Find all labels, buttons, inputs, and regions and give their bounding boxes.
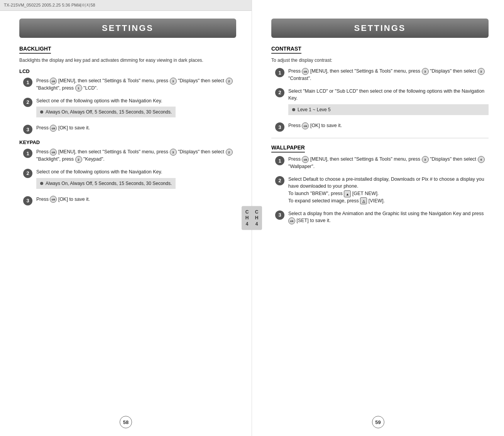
lcd-step-text-1: Press ok [MENU], then select "Settings &…	[36, 77, 236, 92]
left-settings-header: SETTINGS	[19, 19, 236, 38]
top-bar: TX-215VM_050225 2005.2.25 5:36 PM페이지58	[0, 0, 252, 11]
lcd-step-text-2: Select one of the following options with…	[36, 97, 176, 119]
wallpaper-step-text-2: Select Default to choose a pre-installed…	[288, 176, 489, 205]
keypad-step-num-1: 1	[23, 149, 32, 158]
3-icon-3: 3	[422, 68, 429, 75]
wallpaper-step-text-3: Select a display from the Animation and …	[288, 210, 489, 225]
keypad-options-text: Always On, Always Off, 5 Seconds, 15 Sec…	[46, 180, 172, 187]
lcd-options: Always On, Always Off, 5 Seconds, 15 Sec…	[36, 107, 176, 117]
contrast-options-text: Leve 1 ~ Leve 5	[298, 106, 331, 113]
lcd-step-3: 3 Press ok [OK] to save it.	[23, 124, 236, 134]
ok-icon-1: ok	[50, 78, 57, 85]
keypad-step-text-2: Select one of the following options with…	[36, 168, 176, 190]
contrast-section: CONTRAST To adjust the display contrast:…	[271, 46, 489, 132]
2-icon-3: 2	[75, 156, 82, 163]
contrast-bullet	[292, 108, 295, 111]
lcd-bullet	[40, 110, 43, 114]
1-icon-1: 1	[75, 85, 82, 92]
lcd-step-2: 2 Select one of the following options wi…	[23, 97, 236, 119]
lcd-step-num-1: 1	[23, 78, 32, 87]
2-icon-2: 2	[226, 149, 233, 156]
keypad-step-text-3: Press ok [OK] to save it.	[36, 196, 90, 203]
wallpaper-step-num-1: 1	[275, 156, 284, 165]
contrast-step-1: 1 Press ok [MENU], then select "Settings…	[275, 68, 489, 82]
left-ch-tab: CH4	[242, 206, 252, 230]
wallpaper-step-num-3: 3	[275, 210, 284, 220]
3-icon-5: 3	[422, 156, 429, 163]
keypad-step-text-1: Press ok [MENU], then select "Settings &…	[36, 148, 236, 163]
page: TX-215VM_050225 2005.2.25 5:36 PM페이지58 S…	[0, 0, 504, 436]
contrast-step-text-3: Press ok [OK] to save it.	[288, 122, 342, 129]
right-settings-header: SETTINGS	[271, 19, 489, 38]
brew-icon: ▲	[344, 190, 351, 197]
ok-icon-5: ok	[302, 68, 309, 75]
ok-icon-7: ok	[302, 156, 309, 163]
backlight-section: BACKLIGHT Backlights the display and key…	[19, 46, 236, 205]
keypad-step-num-2: 2	[23, 169, 32, 178]
wallpaper-step-text-1: Press ok [MENU], then select "Settings &…	[288, 156, 489, 170]
lcd-step-num-2: 2	[23, 98, 32, 107]
ok-icon-6: ok	[302, 122, 309, 129]
3-icon-2: 3	[170, 149, 177, 156]
wallpaper-steps: 1 Press ok [MENU], then select "Settings…	[275, 156, 489, 224]
contrast-step-text-1: Press ok [MENU], then select "Settings &…	[288, 68, 489, 82]
wallpaper-step-2: 2 Select Default to choose a pre-install…	[275, 176, 489, 205]
right-page-number: 59	[372, 416, 384, 428]
wallpaper-step-3: 3 Select a display from the Animation an…	[275, 210, 489, 225]
lcd-step-text-3: Press ok [OK] to save it.	[36, 124, 90, 132]
contrast-description: To adjust the display contrast:	[271, 57, 489, 64]
keypad-steps: 1 Press ok [MENU], then select "Settings…	[23, 148, 236, 205]
2-icon-1: 2	[226, 78, 233, 85]
section-divider	[271, 138, 489, 138]
contrast-step-text-2: Select "Main LCD" or "Sub LCD" then sele…	[288, 88, 489, 117]
ok-icon-4: ok	[50, 196, 57, 203]
wallpaper-title: WALLPAPER	[271, 144, 305, 153]
4-icon-1: 4	[478, 156, 485, 163]
keypad-options: Always On, Always Off, 5 Seconds, 15 Sec…	[36, 178, 176, 189]
keypad-title: KEYPAD	[19, 139, 236, 145]
left-panel: TX-215VM_050225 2005.2.25 5:36 PM페이지58 S…	[0, 0, 252, 436]
keypad-step-2: 2 Select one of the following options wi…	[23, 168, 236, 190]
ok-icon-3: ok	[50, 149, 57, 156]
keypad-step-3: 3 Press ok [OK] to save it.	[23, 196, 236, 205]
view-icon: △	[360, 197, 367, 204]
ok-icon-8: ok	[288, 217, 295, 224]
contrast-step-num-3: 3	[275, 122, 284, 132]
right-ch-tab: CH4	[251, 206, 262, 230]
wallpaper-section: WALLPAPER 1 Press ok [MENU], then select…	[271, 144, 489, 224]
contrast-steps: 1 Press ok [MENU], then select "Settings…	[275, 68, 489, 132]
lcd-title: LCD	[19, 68, 236, 74]
backlight-title: BACKLIGHT	[19, 46, 51, 54]
backlight-description: Backlights the display and key pad and a…	[19, 57, 236, 64]
contrast-title: CONTRAST	[271, 46, 301, 54]
keypad-bullet	[40, 182, 43, 185]
contrast-step-num-2: 2	[275, 88, 284, 97]
contrast-step-3: 3 Press ok [OK] to save it.	[275, 122, 489, 132]
contrast-step-2: 2 Select "Main LCD" or "Sub LCD" then se…	[275, 88, 489, 117]
keypad-step-1: 1 Press ok [MENU], then select "Settings…	[23, 148, 236, 163]
ok-icon-2: ok	[50, 125, 57, 132]
keypad-step-num-3: 3	[23, 196, 32, 205]
lcd-step-1: 1 Press ok [MENU], then select "Settings…	[23, 77, 236, 92]
right-panel: SETTINGS CONTRAST To adjust the display …	[252, 0, 504, 436]
lcd-options-text: Always On, Always Off, 5 Seconds, 15 Sec…	[46, 109, 172, 115]
contrast-options: Leve 1 ~ Leve 5	[288, 104, 489, 115]
left-page-number: 58	[120, 416, 132, 428]
wallpaper-step-1: 1 Press ok [MENU], then select "Settings…	[275, 156, 489, 170]
lcd-step-num-3: 3	[23, 125, 32, 134]
top-bar-text: TX-215VM_050225 2005.2.25 5:36 PM페이지58	[4, 2, 95, 8]
lcd-steps: 1 Press ok [MENU], then select "Settings…	[23, 77, 236, 134]
contrast-step-num-1: 1	[275, 68, 284, 77]
wallpaper-step-num-2: 2	[275, 176, 284, 185]
3-icon-4: 3	[478, 68, 485, 75]
3-icon-1: 3	[170, 78, 177, 85]
